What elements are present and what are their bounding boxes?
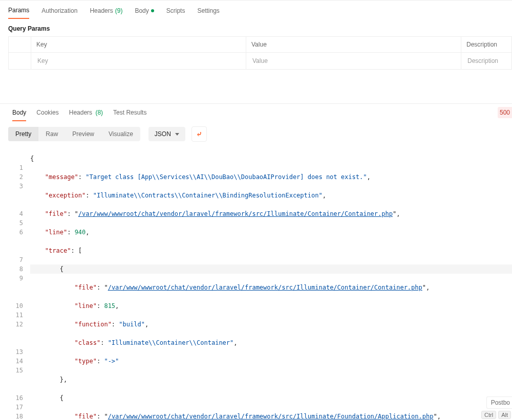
chevron-down-icon — [175, 133, 179, 136]
headers-count: (9) — [115, 7, 123, 14]
status-badge: 500 — [498, 107, 512, 118]
response-tabs: Body Cookies Headers (8) Test Results — [12, 104, 146, 121]
preview-button[interactable]: Preview — [65, 127, 101, 141]
response-bar: Body Cookies Headers (8) Test Results 50… — [0, 103, 512, 121]
pretty-button[interactable]: Pretty — [8, 127, 38, 141]
response-body-viewer[interactable]: 123 456 789 101112 131415 161718 192021 … — [0, 145, 512, 420]
resp-tab-headers[interactable]: Headers (8) — [69, 104, 103, 121]
tab-headers-label: Headers — [90, 7, 113, 14]
key-input[interactable] — [36, 57, 241, 65]
col-description: Description — [461, 37, 512, 53]
description-input[interactable] — [466, 57, 506, 65]
wrap-icon: ⤶ — [196, 130, 202, 138]
format-dropdown[interactable]: JSON — [148, 127, 185, 141]
table-row — [9, 53, 512, 70]
key-alt: Alt — [498, 411, 511, 419]
tab-headers[interactable]: Headers (9) — [90, 5, 122, 19]
resp-headers-label: Headers — [69, 109, 92, 116]
tab-scripts[interactable]: Scripts — [166, 5, 185, 19]
row-checkbox-cell[interactable] — [9, 53, 31, 70]
view-mode-segment: Pretty Raw Preview Visualize — [8, 127, 140, 141]
tab-params[interactable]: Params — [8, 5, 29, 19]
col-value: Value — [246, 37, 461, 53]
code-lines[interactable]: { "message": "Target class [App\\Service… — [30, 145, 512, 420]
tab-body[interactable]: Body — [135, 5, 154, 19]
resp-tab-body[interactable]: Body — [12, 104, 26, 121]
query-params-table: Key Value Description — [8, 36, 512, 70]
wrap-lines-button[interactable]: ⤶ — [191, 126, 207, 142]
resp-tab-test-results[interactable]: Test Results — [113, 104, 146, 121]
tab-body-label: Body — [135, 7, 148, 14]
request-tabs: Params Authorization Headers (9) Body Sc… — [0, 0, 512, 19]
visualize-button[interactable]: Visualize — [101, 127, 140, 141]
key-ctrl: Ctrl — [481, 411, 496, 419]
query-params-title: Query Params — [0, 19, 512, 36]
value-input[interactable] — [251, 57, 456, 65]
col-key: Key — [31, 37, 246, 53]
format-dropdown-label: JSON — [155, 130, 171, 138]
line-number-gutter: 123 456 789 101112 131415 161718 192021 … — [8, 145, 30, 420]
col-checkbox — [9, 37, 31, 53]
tab-authorization[interactable]: Authorization — [41, 5, 77, 19]
body-modified-dot-icon — [151, 9, 154, 12]
raw-button[interactable]: Raw — [38, 127, 65, 141]
shortcut-hint: Ctrl Alt — [480, 410, 512, 420]
resp-headers-count: (8) — [95, 109, 103, 116]
tab-settings[interactable]: Settings — [197, 5, 219, 19]
response-toolbar: Pretty Raw Preview Visualize JSON ⤶ — [0, 121, 512, 145]
resp-tab-cookies[interactable]: Cookies — [36, 104, 58, 121]
postbot-hint[interactable]: Postbo — [486, 396, 512, 409]
table-header-row: Key Value Description — [9, 37, 512, 53]
